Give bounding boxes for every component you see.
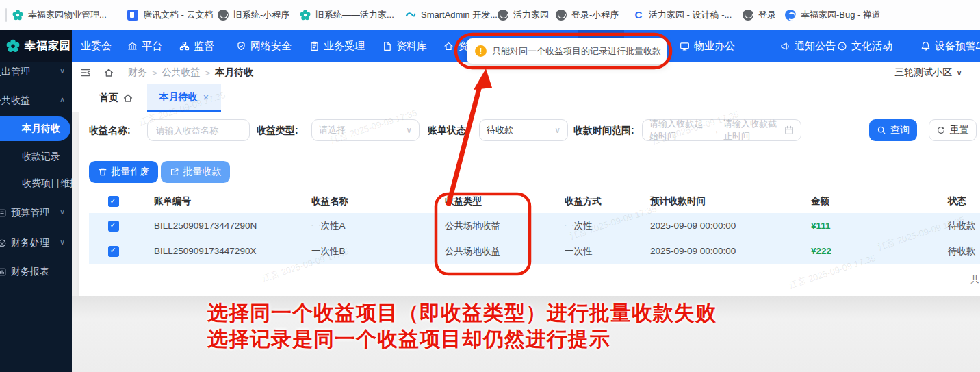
nav-item-jiandu[interactable]: 监督 bbox=[179, 30, 214, 62]
nav-item-wangluoanquan[interactable]: 网络安全 bbox=[236, 30, 292, 62]
tab-home[interactable]: 首页 bbox=[99, 84, 133, 112]
close-tab-icon[interactable]: × bbox=[203, 91, 209, 103]
nav-item-pingtai[interactable]: 平台 bbox=[127, 30, 162, 62]
collapse-sidebar-icon[interactable] bbox=[80, 67, 91, 78]
cell-expect-time: 2025-09-09 00:00:00 bbox=[650, 213, 736, 238]
tab-benyuedaishou[interactable]: 本月待收 × bbox=[147, 84, 221, 112]
reset-button[interactable]: 重置 bbox=[929, 119, 977, 141]
nav-item-yewushouli[interactable]: 业务受理 bbox=[309, 30, 365, 62]
breadcrumb-item[interactable]: 公共收益 bbox=[162, 66, 201, 79]
table-row[interactable]: BILL250909173447290N 一次性A 公共场地收益 一次性 202… bbox=[89, 213, 980, 239]
batch-collect-button[interactable]: 批量收款 bbox=[161, 161, 230, 183]
nav-item-partial-left[interactable]: 资 bbox=[443, 30, 468, 62]
select-placeholder: 请选择 bbox=[319, 124, 346, 136]
bookmark-item[interactable]: SmartAdmin 开发... bbox=[405, 8, 498, 23]
home-icon[interactable] bbox=[103, 67, 114, 78]
table-row[interactable]: BILL250909173447290X 一次性B 公共场地收益 一次性 202… bbox=[89, 238, 980, 264]
income-name-input-field[interactable] bbox=[155, 125, 242, 136]
bookmark-label: SmartAdmin 开发... bbox=[421, 9, 498, 21]
export-icon bbox=[170, 167, 179, 177]
income-type-select[interactable]: 请选择 ∨ bbox=[311, 119, 420, 141]
megaphone-icon bbox=[780, 41, 790, 51]
column-header-income-type: 收益类型 bbox=[445, 190, 482, 213]
report-icon bbox=[0, 267, 7, 277]
warning-toast: ! 只能对同一个收益项目的记录进行批量收款 bbox=[467, 38, 667, 64]
home-icon bbox=[443, 41, 454, 51]
row-checkbox[interactable] bbox=[108, 246, 119, 257]
sidebar-item-label: 本月待收 bbox=[22, 123, 60, 135]
nav-item-tongzhigonggao[interactable]: 通知公告 bbox=[780, 30, 836, 62]
file-icon bbox=[382, 41, 392, 51]
bell-icon bbox=[975, 41, 980, 51]
batch-invalidate-button[interactable]: 批量作废 bbox=[89, 161, 158, 183]
content-card: 收益名称: 收益类型: 请选择 ∨ 账单状态: 待收款 ∨ 收款时间范围: 请输… bbox=[79, 112, 980, 296]
column-header-status: 状态 bbox=[948, 190, 966, 213]
flower-icon bbox=[12, 10, 23, 21]
breadcrumb-item[interactable]: 财务 bbox=[128, 66, 147, 79]
community-selector[interactable]: 三轮测试小区 ∨ bbox=[894, 62, 962, 84]
bookmark-item[interactable]: 幸福家园物业管理... bbox=[12, 8, 107, 23]
date-range-input[interactable]: 请输入收款起始时间 → 请输入收款截止时间 bbox=[642, 119, 801, 141]
column-header-income-method: 收益方式 bbox=[565, 190, 602, 213]
sidebar-item-gonggongshouyi[interactable]: 公共收益 bbox=[0, 89, 30, 112]
cell-income-type: 公共场地收益 bbox=[445, 238, 500, 264]
bookmark-label: 旧系统-小程序 bbox=[233, 9, 289, 21]
sidebar-item-zhichuguanli[interactable]: 支出管理 bbox=[0, 62, 30, 84]
chevron-up-icon[interactable]: ∧ bbox=[60, 95, 65, 104]
nav-item-wuyebangong[interactable]: 物业办公 bbox=[680, 30, 735, 62]
search-icon bbox=[877, 125, 886, 135]
row-checkbox[interactable] bbox=[108, 221, 119, 232]
table-header-row: 账单编号 收益名称 收益类型 收益方式 预计收款时间 金额 状态 bbox=[89, 190, 980, 214]
batch-invalidate-label: 批量作废 bbox=[112, 166, 150, 178]
select-all-checkbox[interactable] bbox=[108, 196, 119, 207]
sidebar-item-shoukuanjilu[interactable]: 收款记录 bbox=[22, 145, 60, 169]
nav-item-ziliaoku[interactable]: 资料库 bbox=[382, 30, 427, 62]
browser-bookmarks-bar: 幸福家园物业管理... 腾讯文档 - 云文档 旧系统-小程序 旧系统——活力家.… bbox=[0, 0, 980, 31]
batch-collect-label: 批量收款 bbox=[183, 166, 222, 178]
globe-icon bbox=[498, 10, 508, 21]
sidebar-item-caiwubaobiao[interactable]: 财务报表 bbox=[0, 260, 49, 284]
nav-item-label: 通知公告 bbox=[795, 40, 836, 53]
bookmark-item[interactable]: C 活力家园 - 设计稿 -... bbox=[633, 8, 732, 23]
column-header-amount: 金额 bbox=[811, 190, 829, 213]
nav-item-yeweihui[interactable]: 业委会 bbox=[81, 30, 112, 62]
bill-status-select[interactable]: 待收款 ∨ bbox=[479, 119, 568, 141]
chevron-down-icon[interactable]: ∨ bbox=[60, 66, 65, 75]
nav-item-edge-partial[interactable] bbox=[975, 30, 980, 62]
sidebar-item-label: 财务报表 bbox=[11, 266, 49, 278]
sidebar-item-yusuanguanli[interactable]: 预算管理 bbox=[0, 201, 49, 225]
globe-icon bbox=[743, 10, 753, 21]
bookmark-item[interactable]: 登录 bbox=[743, 8, 776, 23]
cell-expect-time: 2025-09-09 00:00:00 bbox=[650, 238, 736, 264]
select-value: 待收款 bbox=[487, 124, 513, 136]
app-logo[interactable]: 幸福家园 bbox=[0, 30, 72, 62]
org-icon bbox=[179, 41, 190, 51]
chevron-down-icon[interactable]: ∨ bbox=[60, 238, 65, 247]
clock-icon bbox=[837, 41, 847, 51]
query-button[interactable]: 查询 bbox=[869, 119, 917, 141]
income-name-input[interactable] bbox=[147, 119, 250, 141]
brand-name: 幸福家园 bbox=[25, 39, 71, 53]
column-header-income-name: 收益名称 bbox=[311, 190, 348, 213]
sidebar-item-caiwuchuli[interactable]: 财务处理 bbox=[0, 232, 49, 255]
filter-name-label: 收益名称: bbox=[89, 119, 131, 141]
app-root: 幸福家园物业管理... 腾讯文档 - 云文档 旧系统-小程序 旧系统——活力家.… bbox=[0, 0, 980, 372]
bookmark-item[interactable]: 幸福家园-Bug - 禅道 bbox=[785, 8, 881, 23]
sidebar-item-shoufeixiangmuweihu[interactable]: 收费项目维护 bbox=[22, 172, 72, 195]
bookmark-item[interactable]: 旧系统-小程序 bbox=[218, 8, 289, 23]
smartadmin-icon bbox=[405, 10, 416, 21]
nav-item-label: 网络安全 bbox=[250, 40, 292, 53]
bookmark-item[interactable]: 腾讯文档 - 云文档 bbox=[127, 8, 214, 23]
bookmark-item[interactable]: 活力家园 bbox=[498, 8, 549, 23]
cell-income-type: 公共场地收益 bbox=[445, 213, 500, 238]
monitor-icon bbox=[680, 41, 690, 51]
bookmark-item[interactable]: 登录-小程序 bbox=[556, 8, 619, 23]
tab-label: 首页 bbox=[99, 92, 118, 104]
filter-status-label: 账单状态: bbox=[428, 119, 469, 141]
sidebar-item-benyuedaishou[interactable]: 本月待收 bbox=[0, 116, 70, 141]
chevron-down-icon[interactable]: ∨ bbox=[60, 208, 65, 216]
nav-item-shebeiyujing[interactable]: 设备预警 bbox=[920, 30, 976, 62]
nav-item-wenhuahuodong[interactable]: 文化活动 bbox=[837, 30, 892, 62]
shield-icon bbox=[236, 41, 246, 51]
bookmark-item[interactable]: 旧系统——活力家... bbox=[300, 8, 394, 23]
